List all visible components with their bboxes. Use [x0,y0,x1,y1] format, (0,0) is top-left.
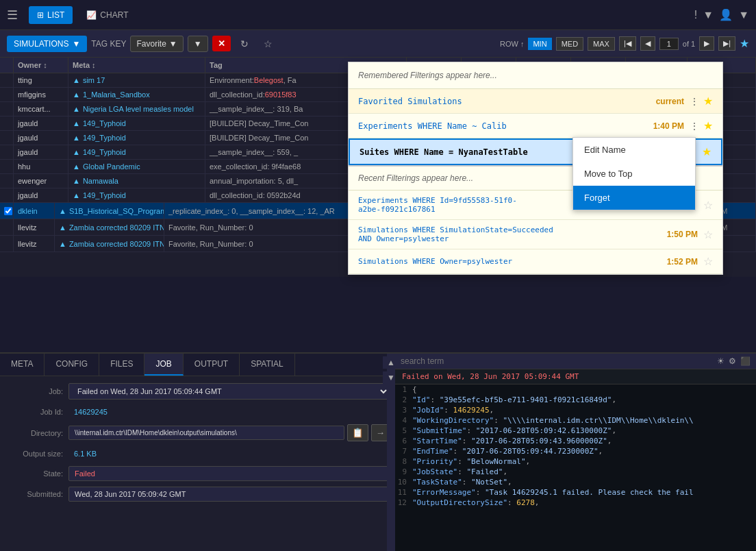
user-dropdown-icon[interactable]: ▼ [738,9,749,21]
context-menu-forget[interactable]: Forget [573,186,695,210]
dropdown-time: 1:50 PM [667,230,698,239]
code-panel: 1{ 2"Id": "39e55efc-bf5b-e711-9401-f0921… [395,384,756,551]
settings-icon[interactable]: ⚙ [729,356,736,366]
star-blue-icon[interactable]: ★ [740,37,749,50]
user-icon[interactable]: 👤 [719,8,733,21]
output-size-value[interactable]: 6.1 KB [68,447,390,461]
directory-value: \\internal.idm.ctr\IDM\Home\dklein\outpu… [68,426,344,440]
tab-files[interactable]: FILES [99,354,144,376]
row-check[interactable] [0,102,14,116]
tab-job[interactable]: JOB [144,354,183,376]
tag-key-label: TAG KEY [91,39,126,49]
row-check[interactable] [0,88,14,101]
simulations-dropdown[interactable]: SIMULATIONS ▼ [7,36,87,52]
code-line: 5"SubmitTime": "2017-06-28T05:09:42.6130… [395,426,756,436]
dropdown-item-simulations-owner[interactable]: Simulations WHERE Owner=psylwester 1:52 … [349,249,722,274]
filter-button[interactable]: ▼ [188,36,208,52]
row-check[interactable] [0,117,14,130]
job-id-value[interactable]: 14629245 [68,405,390,419]
context-menu-edit-name[interactable]: Edit Name [573,138,695,162]
dropdown-star-empty-icon[interactable]: ☆ [703,199,713,212]
dropdown-star-gold-icon[interactable]: ★ [703,119,713,132]
col-owner[interactable]: Owner ↕ [14,58,68,73]
code-line: 4"WorkingDirectory": "\\\\internal.idm.c… [395,415,756,426]
last-page-button[interactable]: ▶| [718,36,735,51]
search-input[interactable] [401,356,713,366]
star-filter-button[interactable]: ☆ [258,36,278,52]
dropdown-star-gold-icon[interactable]: ★ [702,145,711,158]
code-header: Failed on Wed, 28 Jun 2017 05:09:44 GMT [395,369,756,384]
dropdown-time: 1:52 PM [667,257,698,267]
export-icon[interactable]: ⬛ [740,356,751,366]
row-owner: mfiggins [14,88,68,101]
row-check[interactable] [0,219,14,235]
submitted-label: Submitted: [7,490,68,498]
tab-output[interactable]: OUTPUT [184,354,240,376]
row-check[interactable] [0,145,14,159]
chart-icon: 📈 [86,10,97,20]
row-meta[interactable]: ▲149_Typhoid [68,131,205,145]
page-number-input[interactable] [659,38,679,50]
max-button[interactable]: MAX [588,37,615,51]
row-meta[interactable]: ▲Global Pandemic [68,160,205,173]
row-meta[interactable]: ▲sim 17 [68,73,205,87]
submitted-row: Submitted: Wed, 28 Jun 2017 05:09:42 GMT [7,487,390,502]
chart-nav-button[interactable]: 📈 CHART [78,6,136,24]
row-meta[interactable]: ▲Zambia corrected 80209 ITN binn... [55,219,164,235]
dropdown-star-empty-icon[interactable]: ☆ [703,255,713,268]
row-check[interactable] [0,236,14,252]
tab-spatial[interactable]: SPATIAL [240,354,295,376]
row-meta[interactable]: ▲Zambia corrected 80209 ITN binn... [55,236,164,252]
dropdown-dots-icon[interactable]: ⋮ [690,121,699,132]
code-line: 10"TaskState": "NotSet", [395,477,756,487]
first-page-button[interactable]: |◀ [619,36,636,51]
alert-icon[interactable]: ! [694,9,697,21]
refresh-button[interactable]: ↻ [235,36,254,52]
row-meta[interactable]: ▲Nigeria LGA level measles model [68,102,205,116]
directory-label: Directory: [7,429,68,437]
theme-toggle-icon[interactable]: ☀ [717,356,724,366]
row-check[interactable] [0,73,14,87]
row-check[interactable] [0,131,14,145]
dropdown-star-empty-icon[interactable]: ☆ [703,228,713,241]
row-check[interactable] [0,160,14,173]
row-owner: llevitz [14,219,55,235]
row-check[interactable] [0,188,14,202]
bottom-panel: META CONFIG FILES JOB OUTPUT SPATIAL Job… [0,352,756,551]
context-menu-move-to-top[interactable]: Move to Top [573,162,695,186]
directory-copy-btn[interactable]: 📋 [347,424,368,441]
dropdown-star-gold-icon[interactable]: ★ [703,95,713,108]
code-line: 1{ [395,384,756,395]
tab-config[interactable]: CONFIG [45,354,99,376]
tab-meta[interactable]: META [0,354,45,376]
row-meta[interactable]: ▲149_Typhoid [68,117,205,130]
dropdown-item-simulations-state[interactable]: Simulations WHERE SimulationState=Succee… [349,220,722,249]
job-select[interactable]: Failed on Wed, 28 Jun 2017 05:09:44 GMT [68,383,390,400]
clear-filter-button[interactable]: ✕ [212,36,231,51]
dropdown-arrow-icon[interactable]: ▼ [703,9,714,21]
dropdown-item-experiments[interactable]: Experiments WHERE Name ~ Calib 1:40 PM ⋮… [349,114,722,138]
min-button[interactable]: MIN [528,38,551,50]
dropdown-item-favorited[interactable]: Favorited Simulations current ⋮ ★ [349,89,722,114]
col-meta[interactable]: Meta ↕ [68,58,205,73]
dropdown-item-text: Simulations WHERE Owner=psylwester [358,257,667,266]
row-check[interactable] [0,203,14,219]
bottom-tabs: META CONFIG FILES JOB OUTPUT SPATIAL [0,354,387,376]
row-meta[interactable]: ▲S1B_Historical_SQ_Program [55,203,164,219]
row-meta[interactable]: ▲149_Typhoid [68,145,205,159]
row-meta[interactable]: ▲Namawala [68,174,205,188]
output-size-row: Output size: 6.1 KB [7,447,390,461]
med-button[interactable]: MED [556,37,583,51]
col-check [0,58,14,73]
row-meta[interactable]: ▲1_Malaria_Sandbox [68,88,205,101]
hamburger-icon[interactable]: ☰ [7,8,18,23]
tag-key-dropdown[interactable]: Favorite ▼ [130,36,183,52]
next-page-button[interactable]: ▶ [699,36,714,51]
prev-page-button[interactable]: ◀ [640,36,655,51]
row-meta[interactable]: ▲149_Typhoid [68,188,205,202]
output-size-label: Output size: [7,450,68,458]
list-nav-button[interactable]: ⊞ LIST [29,6,73,24]
dropdown-dots-icon[interactable]: ⋮ [690,96,699,107]
of-label: of 1 [683,40,695,48]
row-check[interactable] [0,174,14,188]
